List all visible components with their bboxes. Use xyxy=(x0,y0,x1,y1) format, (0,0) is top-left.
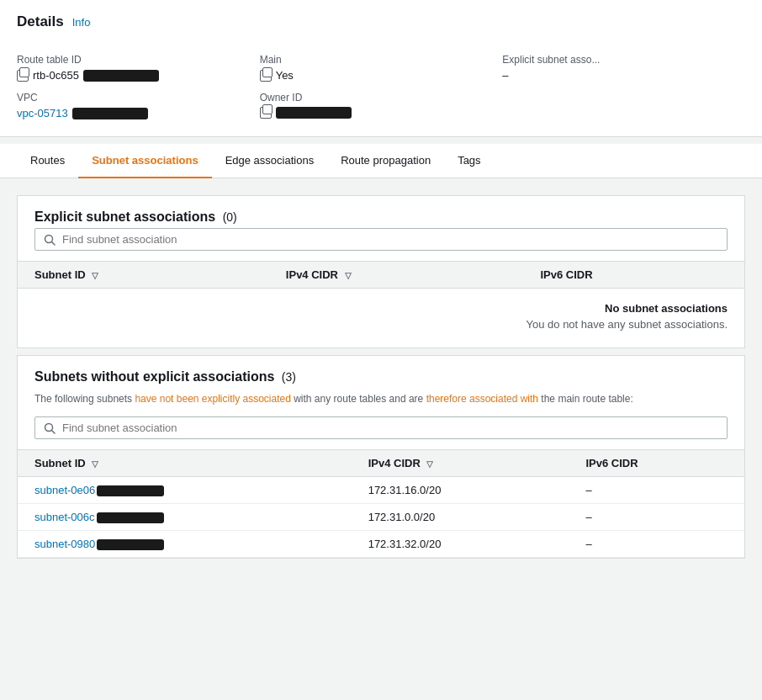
implicit-table-header-row: Subnet ID ▽ IPv4 CIDR ▽ IPv6 CIDR xyxy=(18,450,744,477)
col-ipv6-cidr: IPv6 CIDR xyxy=(524,262,745,289)
explicit-search-bar[interactable] xyxy=(34,228,728,251)
table-row: subnet-0980 172.31.32.0/20 – xyxy=(18,531,744,558)
rtb-id-redacted xyxy=(83,70,159,82)
col-ipv6-cidr-2: IPv6 CIDR xyxy=(569,450,744,477)
tab-edge-associations[interactable]: Edge associations xyxy=(212,144,328,178)
explicit-subnet-panel: Explicit subnet associations (0) Subnet … xyxy=(17,195,745,348)
copy-icon-main[interactable] xyxy=(260,70,272,82)
vpc-id-redacted xyxy=(72,108,148,119)
section-title: Details xyxy=(17,13,64,30)
col-ipv4-cidr-2: IPv4 CIDR ▽ xyxy=(352,450,569,477)
explicit-label: Explicit subnet asso... xyxy=(502,54,725,66)
ipv6-cell: – xyxy=(569,477,744,504)
detail-col-1: Route table ID rtb-0c655 VPC vpc-05713 xyxy=(17,44,260,119)
vpc-value: vpc-05713 xyxy=(17,107,240,119)
implicit-count: (3) xyxy=(282,370,296,384)
explicit-count: (0) xyxy=(223,210,237,224)
implicit-table-container: Subnet ID ▽ IPv4 CIDR ▽ IPv6 CIDR xyxy=(18,449,744,558)
subnet-id-link[interactable]: subnet-0980 xyxy=(34,538,164,550)
explicit-value: – xyxy=(502,69,725,82)
sort-icon-ipv4[interactable]: ▽ xyxy=(345,271,352,280)
ipv4-cell: 172.31.0.0/20 xyxy=(352,504,569,531)
implicit-title: Subnets without explicit associations (3… xyxy=(18,356,744,388)
svg-line-1 xyxy=(52,241,56,245)
route-table-id-value: rtb-0c655 xyxy=(17,69,240,82)
subnet-id-cell: subnet-006c xyxy=(18,504,352,531)
sort-icon-subnet-id[interactable]: ▽ xyxy=(92,271,98,280)
details-grid: Route table ID rtb-0c655 VPC vpc-05713 M… xyxy=(17,44,745,119)
explicit-table: Subnet ID ▽ IPv4 CIDR ▽ IPv6 CIDR xyxy=(18,262,744,347)
ipv4-cell: 172.31.32.0/20 xyxy=(352,531,569,558)
section-header: Details Info xyxy=(17,13,745,30)
rtb-id-text: rtb-0c655 xyxy=(33,69,79,82)
implicit-search-bar[interactable] xyxy=(34,416,728,439)
tab-tags[interactable]: Tags xyxy=(444,144,494,178)
svg-line-3 xyxy=(52,430,56,433)
vpc-link[interactable]: vpc-05713 xyxy=(17,107,68,119)
search-icon-2 xyxy=(44,422,56,434)
tab-routes[interactable]: Routes xyxy=(17,144,78,178)
ipv6-cell: – xyxy=(569,531,744,558)
explicit-table-container: Subnet ID ▽ IPv4 CIDR ▽ IPv6 CIDR xyxy=(18,261,744,347)
sort-icon-subnet-id-2[interactable]: ▽ xyxy=(92,459,98,469)
tab-route-propagation[interactable]: Route propagation xyxy=(327,144,444,178)
subnet-id-link[interactable]: subnet-0e06 xyxy=(34,484,164,496)
owner-id-value xyxy=(260,107,483,119)
implicit-subnet-panel: Subnets without explicit associations (3… xyxy=(17,355,745,559)
section-divider xyxy=(17,348,745,355)
tabs-bar: Routes Subnet associations Edge associat… xyxy=(0,144,762,178)
subnet-id-cell: subnet-0980 xyxy=(18,531,352,558)
explicit-search-input[interactable] xyxy=(62,233,718,246)
details-panel: Details Info Route table ID rtb-0c655 VP… xyxy=(0,0,762,137)
col-subnet-id: Subnet ID ▽ xyxy=(18,262,269,289)
explicit-title: Explicit subnet associations (0) xyxy=(18,196,744,228)
owner-id-label: Owner ID xyxy=(260,92,483,103)
col-ipv4-cidr: IPv4 CIDR ▽ xyxy=(269,262,524,289)
main-label: Main xyxy=(260,54,483,66)
vpc-label: VPC xyxy=(17,92,240,103)
info-link[interactable]: Info xyxy=(72,16,91,29)
main-content: Explicit subnet associations (0) Subnet … xyxy=(0,178,762,575)
empty-state-title: No subnet associations xyxy=(18,289,744,318)
table-row: subnet-006c 172.31.0.0/20 – xyxy=(18,504,744,531)
explicit-empty-row: No subnet associations You do not have a… xyxy=(18,289,744,348)
explicit-table-header-row: Subnet ID ▽ IPv4 CIDR ▽ IPv6 CIDR xyxy=(18,262,744,289)
route-table-id-label: Route table ID xyxy=(17,54,240,66)
ipv6-cell: – xyxy=(569,504,744,531)
col-subnet-id-2: Subnet ID ▽ xyxy=(18,450,352,477)
subnet-id-cell: subnet-0e06 xyxy=(18,477,352,504)
subnet-id-link[interactable]: subnet-006c xyxy=(34,511,164,523)
implicit-title-text: Subnets without explicit associations xyxy=(34,369,274,384)
explicit-title-text: Explicit subnet associations xyxy=(34,209,215,224)
ipv4-cell: 172.31.16.0/20 xyxy=(352,477,569,504)
implicit-desc: The following subnets have not been expl… xyxy=(18,388,744,416)
search-icon xyxy=(44,234,56,246)
copy-icon-owner[interactable] xyxy=(260,107,272,119)
desc-highlight-1: have not been explicitly associated xyxy=(135,393,290,405)
tab-subnet-associations[interactable]: Subnet associations xyxy=(78,144,211,178)
copy-icon-rtb[interactable] xyxy=(17,70,29,82)
implicit-table: Subnet ID ▽ IPv4 CIDR ▽ IPv6 CIDR xyxy=(18,450,744,558)
implicit-search-input[interactable] xyxy=(62,422,718,434)
detail-col-3: Explicit subnet asso... – xyxy=(502,44,745,119)
detail-col-2: Main Yes Owner ID xyxy=(260,44,503,119)
owner-id-redacted xyxy=(276,107,352,119)
desc-highlight-2: therefore associated with xyxy=(426,393,538,405)
main-value: Yes xyxy=(260,69,483,82)
main-text: Yes xyxy=(276,69,294,82)
table-row: subnet-0e06 172.31.16.0/20 – xyxy=(18,477,744,504)
sort-icon-ipv4-2[interactable]: ▽ xyxy=(426,459,433,469)
empty-state-desc: You do not have any subnet associations. xyxy=(18,318,744,347)
